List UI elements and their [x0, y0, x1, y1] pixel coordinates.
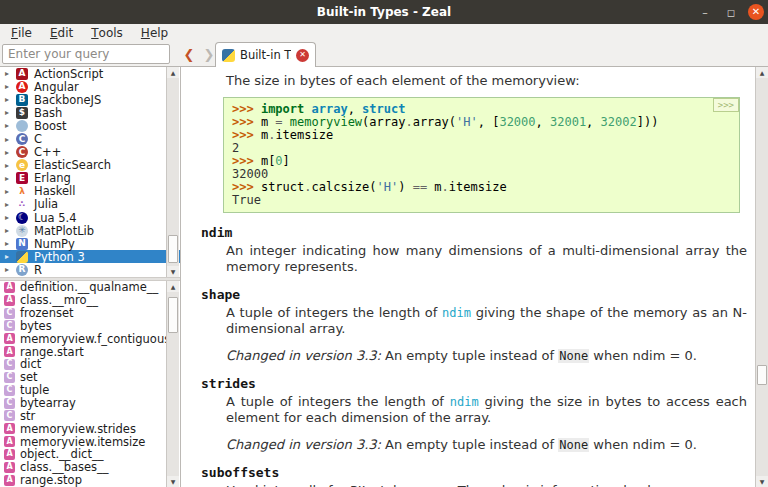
docset-item-lua-5-4[interactable]: ▸☾Lua 5.4: [0, 211, 180, 224]
expander-icon[interactable]: ▸: [5, 213, 16, 222]
expander-icon[interactable]: ▸: [5, 174, 16, 183]
symbol-item-bytes[interactable]: Cbytes: [0, 320, 180, 333]
docset-item-backbonejs[interactable]: ▸BBackboneJS: [0, 93, 180, 106]
scrollbar-thumb[interactable]: [168, 297, 178, 333]
expander-icon[interactable]: ▸: [5, 161, 16, 170]
menu-bar: FileEditToolsHelp: [0, 24, 768, 41]
docset-item-actionscript[interactable]: ▸AActionScript: [0, 67, 180, 80]
inline-code: None: [558, 349, 589, 363]
class-badge-icon: C: [4, 385, 15, 396]
expander-icon[interactable]: ▸: [5, 108, 16, 117]
docset-item-numpy[interactable]: ▸NNumPy: [0, 237, 180, 250]
expander-icon[interactable]: ▸: [5, 148, 16, 157]
class-badge-icon: C: [4, 320, 15, 331]
content-scrollbar[interactable]: ▲ ▼: [755, 67, 768, 487]
scroll-up-icon[interactable]: ▲: [167, 67, 179, 78]
symbol-item-str[interactable]: Cstr: [0, 409, 180, 422]
attribute-heading-ndim: ndim: [201, 225, 747, 240]
elasticsearch-icon: e: [16, 159, 28, 171]
minimize-icon[interactable]: –: [696, 3, 714, 21]
version-changed-note: Changed in version 3.3: An empty tuple i…: [226, 437, 747, 453]
expander-icon[interactable]: ▸: [5, 187, 16, 196]
ndim-link[interactable]: ndim: [450, 395, 479, 409]
docset-scrollbar[interactable]: ▲ ▼: [166, 67, 179, 277]
docset-item-matplotlib[interactable]: ▸✳MatPlotLib: [0, 224, 180, 237]
docset-label: Julia: [34, 197, 58, 211]
docset-item-python-3[interactable]: ▸Python 3: [0, 250, 180, 263]
doc-paragraph: A tuple of integers the length of ndim g…: [226, 305, 747, 337]
symbol-item-memoryview-f-contiguous[interactable]: Amemoryview.f_contiguous: [0, 332, 180, 345]
scroll-down-icon[interactable]: ▼: [756, 476, 768, 487]
expander-icon[interactable]: ▸: [5, 135, 16, 144]
docset-label: MatPlotLib: [34, 224, 94, 238]
bash-icon: $: [16, 107, 28, 119]
docset-item-angular[interactable]: ▸AAngular: [0, 80, 180, 93]
ndim-link[interactable]: ndim: [442, 306, 471, 320]
docset-item-julia[interactable]: ▸∴Julia: [0, 198, 180, 211]
tab-built-in-types[interactable]: Built-in T... ✕: [215, 42, 316, 67]
docset-item-r[interactable]: ▸RR: [0, 263, 180, 276]
expander-icon[interactable]: ▸: [5, 82, 16, 91]
symbol-item-definition-qualname-[interactable]: Adefinition.__qualname__: [0, 281, 180, 294]
attribute-badge-icon: A: [4, 449, 15, 460]
symbol-item-memoryview-strides[interactable]: Amemoryview.strides: [0, 422, 180, 435]
python-icon: [16, 251, 28, 263]
scroll-down-icon[interactable]: ▼: [167, 476, 179, 487]
title-bar[interactable]: Built-in Types - Zeal – ◻ ✕: [0, 0, 768, 24]
menu-item-file[interactable]: File: [2, 24, 41, 41]
expander-icon[interactable]: ▸: [5, 121, 16, 130]
symbol-item-class-bases-[interactable]: Aclass.__bases__: [0, 461, 180, 474]
scroll-up-icon[interactable]: ▲: [756, 67, 768, 78]
attribute-heading-shape: shape: [201, 287, 747, 302]
attribute-heading-suboffsets: suboffsets: [201, 465, 747, 480]
docset-item-haskell[interactable]: ▸λHaskell: [0, 185, 180, 198]
expander-icon[interactable]: ▸: [5, 239, 16, 248]
docset-item-erlang[interactable]: ▸EErlang: [0, 172, 180, 185]
symbol-list: Adefinition.__qualname__Aclass.__mro__Cf…: [0, 281, 180, 487]
expander-icon[interactable]: ▸: [5, 200, 16, 209]
docset-item-c-[interactable]: ▸CC++: [0, 146, 180, 159]
prompt-toggle-button[interactable]: >>>: [713, 98, 739, 112]
symbol-item-object-dict-[interactable]: Aobject.__dict__: [0, 448, 180, 461]
doc-paragraph: The size in bytes of each element of the…: [226, 73, 747, 89]
docset-label: Python 3: [34, 250, 85, 264]
symbol-item-bytearray[interactable]: Cbytearray: [0, 397, 180, 410]
scrollbar-thumb[interactable]: [168, 235, 178, 263]
scroll-down-icon[interactable]: ▼: [167, 266, 179, 277]
scroll-up-icon[interactable]: ▲: [167, 281, 179, 292]
symbol-item-set[interactable]: Cset: [0, 371, 180, 384]
tab-close-icon[interactable]: ✕: [296, 49, 309, 62]
docset-label: ActionScript: [34, 67, 103, 81]
boost-icon: [16, 120, 28, 132]
expander-icon[interactable]: ▸: [5, 265, 16, 274]
menu-item-help[interactable]: Help: [132, 24, 177, 41]
search-input[interactable]: [2, 44, 170, 64]
close-icon[interactable]: ✕: [748, 4, 764, 20]
menu-item-tools[interactable]: Tools: [82, 24, 132, 41]
symbol-item-range-stop[interactable]: Arange.stop: [0, 474, 180, 487]
docset-item-elasticsearch[interactable]: ▸eElasticSearch: [0, 159, 180, 172]
symbol-item-tuple[interactable]: Ctuple: [0, 384, 180, 397]
code-line: >>> m.itemsize: [232, 129, 731, 142]
expander-icon[interactable]: ▸: [5, 69, 16, 78]
scrollbar-thumb[interactable]: [757, 365, 767, 385]
symbol-item-dict[interactable]: Cdict: [0, 358, 180, 371]
symbol-item-class-mro-[interactable]: Aclass.__mro__: [0, 294, 180, 307]
symbol-item-range-start[interactable]: Arange.start: [0, 345, 180, 358]
expander-icon[interactable]: ▸: [5, 252, 16, 261]
docset-item-c[interactable]: ▸CC: [0, 132, 180, 145]
docset-label: ElasticSearch: [34, 158, 111, 172]
symbol-item-memoryview-itemsize[interactable]: Amemoryview.itemsize: [0, 435, 180, 448]
docset-label: Haskell: [34, 184, 75, 198]
maximize-icon[interactable]: ◻: [722, 3, 740, 21]
expander-icon[interactable]: ▸: [5, 95, 16, 104]
back-icon[interactable]: ❮: [180, 44, 198, 64]
sidebar: ▸AActionScript▸AAngular▸BBackboneJS▸$Bas…: [0, 67, 180, 487]
matplotlib-icon: ✳: [16, 225, 28, 237]
docset-item-boost[interactable]: ▸Boost: [0, 119, 180, 132]
symbol-scrollbar[interactable]: ▲ ▼: [166, 281, 179, 487]
menu-item-edit[interactable]: Edit: [41, 24, 82, 41]
symbol-item-frozenset[interactable]: Cfrozenset: [0, 307, 180, 320]
expander-icon[interactable]: ▸: [5, 226, 16, 235]
docset-item-bash[interactable]: ▸$Bash: [0, 106, 180, 119]
